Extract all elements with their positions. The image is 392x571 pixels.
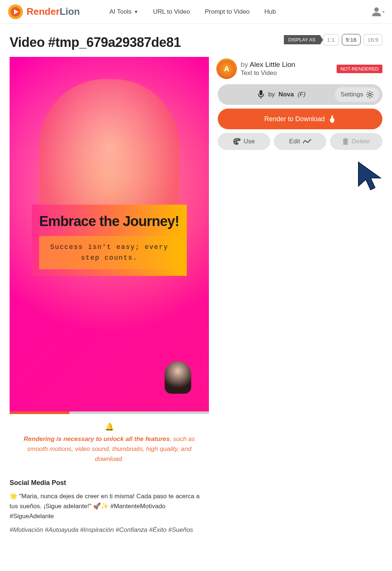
social-tags: #Motivación #Autoayuda #Inspiración #Con… — [10, 526, 209, 534]
svg-point-17 — [234, 142, 235, 143]
brand-text: RenderLion — [27, 6, 80, 17]
video-type: Text to Video — [241, 69, 331, 77]
ratio-16-9[interactable]: 16:9 — [364, 34, 382, 45]
svg-rect-21 — [344, 138, 347, 139]
nav-hub[interactable]: Hub — [264, 8, 276, 16]
page-title: Video #tmp_679a29387de81 — [10, 35, 181, 50]
nav-url-to-video[interactable]: URL to Video — [153, 8, 190, 16]
user-menu[interactable] — [371, 7, 385, 17]
trash-icon — [343, 138, 348, 145]
action-row: Use Edit Delete — [218, 133, 382, 150]
preview-progress[interactable] — [10, 411, 209, 414]
author-name[interactable]: Alex Little Lion — [250, 61, 295, 68]
delete-button[interactable]: Delete — [330, 133, 382, 150]
lion-icon — [7, 4, 24, 20]
social-section: Social Media Post 🌟 "Maria, nunca dejes … — [10, 479, 209, 534]
social-body: 🌟 "Maria, nunca dejes de creer en ti mis… — [10, 491, 209, 522]
svg-point-16 — [234, 140, 235, 141]
svg-point-3 — [374, 7, 379, 12]
svg-line-13 — [371, 96, 372, 97]
svg-marker-22 — [358, 162, 381, 190]
display-as-group: DISPLAY AS 1:1 9:16 16:9 — [284, 34, 382, 45]
presenter-avatar — [165, 361, 191, 394]
svg-line-15 — [371, 92, 372, 93]
svg-line-12 — [367, 92, 368, 93]
ratio-9-16[interactable]: 9:16 — [342, 34, 361, 45]
settings-button[interactable]: Settings — [335, 87, 379, 102]
video-preview[interactable]: Embrace the Journey! Success isn't easy;… — [10, 57, 209, 411]
svg-rect-19 — [343, 140, 348, 145]
status-badge: NOT-RENDERED — [337, 65, 382, 73]
display-as-label: DISPLAY AS — [284, 35, 320, 44]
preview-overlay: Embrace the Journey! Success isn't easy;… — [32, 205, 187, 276]
preview-subline: Success isn't easy; every step counts. — [39, 236, 179, 269]
nav-prompt-to-video[interactable]: Prompt to Video — [205, 8, 250, 16]
author-row: A by Alex Little Lion Text to Video NOT-… — [218, 60, 382, 78]
chevron-down-icon: ▼ — [134, 9, 138, 14]
preview-headline: Embrace the Journey! — [39, 213, 179, 229]
svg-rect-5 — [259, 90, 262, 95]
svg-point-7 — [369, 93, 371, 96]
nav-ai-tools[interactable]: AI Tools▼ — [109, 8, 138, 16]
bell-icon: 🔔 — [18, 422, 200, 431]
social-heading: Social Media Post — [10, 479, 209, 487]
palette-icon — [233, 138, 241, 145]
render-button[interactable]: Render to Download — [218, 109, 382, 129]
fire-icon — [329, 115, 336, 123]
gear-icon — [366, 91, 374, 98]
scribble-icon — [303, 139, 311, 144]
mic-icon — [257, 90, 265, 99]
edit-button[interactable]: Edit — [274, 133, 326, 150]
main-nav: AI Tools▼ URL to Video Prompt to Video H… — [109, 8, 371, 16]
cursor-icon — [357, 160, 386, 194]
svg-line-14 — [367, 96, 368, 97]
top-nav: RenderLion AI Tools▼ URL to Video Prompt… — [0, 0, 392, 24]
ratio-1-1[interactable]: 1:1 — [323, 34, 339, 45]
voice-bar: by Nova (F) Settings — [218, 84, 382, 105]
svg-marker-4 — [382, 11, 385, 13]
render-notice: 🔔 Rendering is necessary to unlock all t… — [10, 422, 209, 464]
author-avatar[interactable]: A — [218, 60, 235, 78]
brand-logo[interactable]: RenderLion — [7, 4, 80, 20]
use-button[interactable]: Use — [218, 133, 270, 150]
by-label: by — [241, 61, 250, 68]
voice-selector[interactable]: by Nova (F) — [228, 90, 335, 99]
svg-point-18 — [236, 139, 237, 140]
svg-rect-20 — [343, 139, 348, 140]
